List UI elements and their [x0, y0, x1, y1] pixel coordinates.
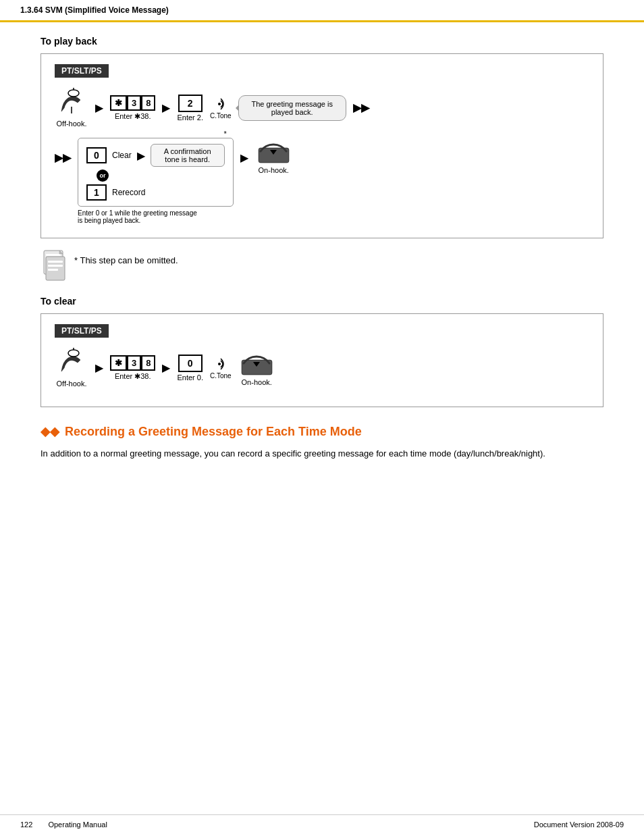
confirmation-box: A confirmation tone is heard.: [151, 144, 225, 167]
playback-row1: Off-hook. ▶ ✱ 3 8 Enter ✱38. ▶ 2 Enter 2…: [55, 88, 589, 128]
arrow3: ▶: [240, 151, 248, 164]
arrow-clear: ▶: [137, 149, 145, 162]
clear-key-8: 8: [141, 355, 155, 371]
pt-label-playback: PT/SLT/PS: [55, 64, 109, 78]
page-header: 1.3.64 SVM (Simplified Voice Message): [0, 0, 644, 22]
clear-phone-offhook-icon: [55, 348, 88, 378]
clear-flow-row: Off-hook. ▶ ✱ 3 8 Enter ✱38. ▶ 0 Enter 0…: [55, 348, 589, 388]
orange-diamonds: ◆◆: [41, 424, 59, 439]
arrow1: ▶: [95, 101, 103, 114]
option-rerecord-row: 1 Rerecord: [86, 184, 225, 201]
clear-key0-label: Enter 0.: [177, 373, 203, 382]
note-text: * This step can be omitted.: [74, 255, 178, 265]
svg-point-0: [68, 90, 79, 97]
onhook-step: On-hook.: [255, 138, 292, 174]
clear-keys-38-label: Enter ✱38.: [115, 372, 151, 381]
clear-key0-step: 0 Enter 0.: [177, 355, 203, 382]
svg-rect-10: [46, 257, 65, 280]
key-star: ✱: [110, 95, 127, 111]
clear-key-0: 0: [178, 355, 203, 372]
rerecord-label: Rerecord: [112, 188, 145, 197]
svg-point-16: [218, 363, 221, 365]
clear-offhook-step: Off-hook.: [55, 348, 88, 388]
recording-title: Recording a Greeting Message for Each Ti…: [65, 425, 362, 439]
recording-heading: ◆◆ Recording a Greeting Message for Each…: [41, 424, 603, 439]
header-title: 1.3.64 SVM (Simplified Voice Message): [20, 5, 169, 15]
pt-label-clear: PT/SLT/PS: [55, 324, 109, 338]
double-arrow2: ▶▶: [55, 151, 71, 164]
recording-section: ◆◆ Recording a Greeting Message for Each…: [41, 424, 603, 461]
page-content: To play back PT/SLT/PS Off-hook. ▶: [0, 22, 644, 475]
or-badge: or: [97, 170, 109, 182]
svg-rect-7: [46, 254, 61, 256]
double-arrow1: ▶▶: [353, 101, 369, 114]
footer-left: 122 Operating Manual: [20, 820, 107, 829]
clear-keys-38-step: ✱ 3 8 Enter ✱38.: [110, 355, 155, 381]
clear-offhook-label: Off-hook.: [56, 380, 86, 388]
svg-rect-13: [48, 269, 58, 271]
clear-arrow1: ▶: [95, 361, 103, 374]
clear-title: To clear: [41, 296, 603, 307]
svg-rect-12: [48, 265, 63, 267]
phone-offhook-icon: [55, 88, 88, 118]
clear-arrow2: ▶: [162, 361, 170, 374]
key-1-rerecord: 1: [86, 184, 107, 201]
clear-ctone-label: C.Tone: [210, 372, 232, 380]
keys-38-label: Enter ✱38.: [115, 112, 151, 121]
note-paper-icon: [41, 249, 68, 282]
clear-diagram: PT/SLT/PS Off-hook. ▶ ✱ 3 8 Enter ✱3: [41, 313, 603, 407]
key-3: 3: [127, 95, 141, 111]
playback-title: To play back: [41, 36, 603, 47]
recording-body: In addition to a normal greeting message…: [41, 447, 603, 461]
confirmation-text: A confirmation tone is heard.: [164, 147, 211, 163]
key-8: 8: [141, 95, 155, 111]
speech-bubble: The greeting message is played back.: [238, 95, 346, 121]
keys-38-group: ✱ 3 8: [110, 95, 155, 111]
note-bullet-text: * This step can be omitted.: [74, 255, 178, 265]
options-container: * 0 Clear ▶ A confirmation tone is heard…: [78, 138, 234, 224]
phone-onhook-icon: [255, 138, 292, 165]
clear-key-3: 3: [127, 355, 141, 371]
svg-point-3: [218, 103, 221, 105]
svg-rect-11: [48, 261, 63, 263]
ctone-label1: C.Tone: [210, 112, 232, 120]
arrow2: ▶: [162, 101, 170, 114]
playback-row2: ▶▶ * 0 Clear ▶ A confirmation tone is he…: [55, 138, 589, 224]
clear-onhook-step: On-hook.: [238, 350, 275, 386]
doc-label: Operating Manual: [48, 820, 107, 829]
clear-phone-onhook-icon: [238, 350, 275, 377]
clear-keys-38-group: ✱ 3 8: [110, 355, 155, 371]
svg-point-14: [68, 350, 79, 357]
note-section: * This step can be omitted.: [41, 249, 603, 282]
clear-label: Clear: [112, 151, 132, 160]
bubble-text: The greeting message is played back.: [251, 100, 332, 116]
onhook-label: On-hook.: [259, 166, 289, 174]
doc-version: Document Version 2008-09: [534, 820, 624, 829]
footer-right: Document Version 2008-09: [534, 820, 624, 829]
playback-diagram: PT/SLT/PS Off-hook. ▶ ✱ 3: [41, 53, 603, 238]
page-footer: 122 Operating Manual Document Version 20…: [0, 814, 644, 834]
key2-label: Enter 2.: [177, 113, 203, 122]
asterisk-marker: *: [223, 130, 226, 138]
row2-instruction: Enter 0 or 1 while the greeting message …: [78, 209, 199, 224]
ctone-group1: C.Tone: [210, 96, 232, 120]
clear-ctone-group: C.Tone: [210, 356, 232, 380]
or-row: or: [97, 170, 225, 182]
page-number: 122: [20, 820, 32, 829]
ctone-icon1: [213, 96, 229, 112]
ctone-icon2: [213, 356, 229, 372]
option-clear-row: 0 Clear ▶ A confirmation tone is heard.: [86, 144, 225, 167]
instruction-text: Enter 0 or 1 while the greeting message …: [78, 209, 197, 224]
key-0-clear: 0: [86, 147, 107, 163]
clear-key-star: ✱: [110, 355, 127, 371]
keys-38-step: ✱ 3 8 Enter ✱38.: [110, 95, 155, 121]
bracket-section: 0 Clear ▶ A confirmation tone is heard. …: [78, 138, 234, 207]
key2-step: 2 Enter 2.: [177, 95, 203, 122]
offhook-step: Off-hook.: [55, 88, 88, 128]
offhook-label: Off-hook.: [56, 120, 86, 128]
clear-onhook-label: On-hook.: [242, 378, 272, 386]
key-2: 2: [178, 95, 203, 112]
